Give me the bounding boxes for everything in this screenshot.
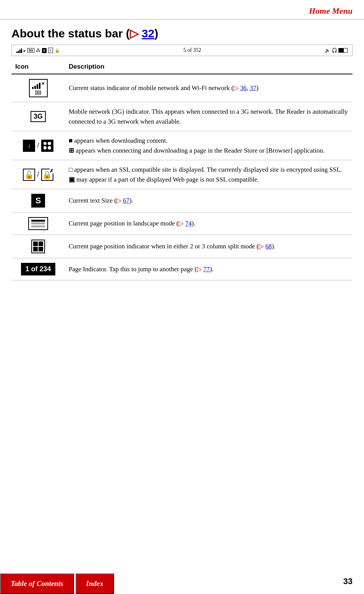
sig-bar-3 <box>37 84 38 89</box>
icon-cell-page-indicator: 1 of 234 <box>11 258 65 280</box>
slash-ssl: / <box>37 171 39 179</box>
sig-bar-2 <box>34 86 36 89</box>
closed-lock-icon: 🔒 ✗ <box>41 169 53 181</box>
col-header-icon: Icon <box>11 60 65 74</box>
headphone-icon-small: 🎧 <box>332 48 337 53</box>
arrow-1: ▷ <box>234 84 238 92</box>
status-bar-right-icons: 🔉 🎧 <box>325 48 348 53</box>
dot-1 <box>43 142 47 145</box>
3g-icon-small: 3G <box>27 48 34 53</box>
icon-table: Icon Description ✕ <box>11 60 353 280</box>
ssl-closed-ref: ▣ <box>69 176 75 183</box>
split-icon-large <box>15 240 61 253</box>
arrow-s: ▷ <box>116 197 121 204</box>
icon-cell-download: ↓ / <box>11 131 65 160</box>
signal-icon-large: ✕ )))) <box>15 79 61 97</box>
s-icon-small: S <box>42 48 47 53</box>
description-cell-split: Current page position indicator when in … <box>65 235 353 258</box>
link-74[interactable]: 74 <box>185 220 192 227</box>
arrow-land: ▷ <box>179 220 184 227</box>
split-cell-3 <box>33 247 38 251</box>
icon-cell-landscape <box>11 212 65 235</box>
dot-4 <box>48 146 51 150</box>
split-cell-2 <box>39 241 43 246</box>
page-indicator-icon-large: 1 of 234 <box>15 263 61 275</box>
dl-dots-icon <box>41 140 53 152</box>
icon-cell-split <box>11 235 65 258</box>
table-row: 🔓 / 🔒 ✗ □ appears when an SSL compatible… <box>11 160 353 189</box>
landscape-line-1 <box>31 220 45 222</box>
table-row: Current page position indicator when in … <box>11 235 353 258</box>
icon-cell-3g: 3G <box>11 102 65 131</box>
toc-button[interactable]: Table of Contents <box>0 573 74 594</box>
table-row: 1 of 234 Page Indicator. Tap this to jum… <box>11 258 353 280</box>
wifi-icon-small: ⁂ <box>36 48 40 53</box>
icon-cell-signal: ✕ )))) <box>11 74 65 102</box>
signal-bar-3 <box>19 50 21 53</box>
link-37[interactable]: 37 <box>250 84 256 92</box>
sig-bar-4 <box>39 83 40 89</box>
landscape-line-2 <box>31 222 45 224</box>
sig-bar-1 <box>32 87 34 89</box>
split-grid <box>31 240 45 253</box>
index-button[interactable]: Index <box>76 573 114 594</box>
description-cell-ssl: □ appears when an SSL compatible site is… <box>65 160 353 189</box>
page-indicator-box: 1 of 234 <box>21 263 55 275</box>
volume-icon-small: 🔉 <box>325 48 330 53</box>
link-77[interactable]: 77 <box>203 266 210 273</box>
slash-divider: / <box>37 142 39 150</box>
link-68[interactable]: 68 <box>265 243 272 250</box>
link-67[interactable]: 67 <box>123 197 129 204</box>
s-box: S <box>31 194 45 208</box>
dot-3 <box>43 146 47 150</box>
battery-icon-small <box>338 48 348 53</box>
description-cell-page-indicator: Page Indicator. Tap this to jump to anot… <box>65 258 353 280</box>
dl-arrow: ↓ <box>27 142 31 149</box>
page-heading: About the status bar (▷ 32) <box>11 27 353 40</box>
description-cell-3g: Mobile network (3G) indicator. This appe… <box>65 102 353 131</box>
landscape-icon-large <box>15 217 61 230</box>
link-36[interactable]: 36 <box>240 84 246 92</box>
lock-slash: ✗ <box>50 169 53 173</box>
dots-icon-ref: ⊞ <box>69 147 74 154</box>
arrow-pi: ▷ <box>197 266 202 273</box>
signal-cross: ✕ <box>23 49 26 53</box>
dot-2 <box>48 142 51 145</box>
lock-icon-small: 🔒 <box>55 48 60 53</box>
description-cell-landscape: Current page position in landscape mode … <box>65 212 353 235</box>
bottom-navigation: Table of Contents Index <box>0 573 364 594</box>
signal-bar-2 <box>18 51 19 53</box>
table-row: ✕ )))) Current status indicator of mobil… <box>11 74 353 102</box>
s-icon-large: S <box>15 194 61 208</box>
arrow-icon: ▷ <box>130 27 139 40</box>
table-header-row: Icon Description <box>11 60 353 74</box>
col-header-description: Description <box>65 60 353 74</box>
arrow-split: ▷ <box>259 243 264 250</box>
table-row: 3G Mobile network (3G) indicator. This a… <box>11 102 353 131</box>
battery-fill <box>339 48 344 52</box>
table-row: S Current text Size (▷ 67). <box>11 189 353 212</box>
landscape-box <box>28 217 48 230</box>
signal-bar-1 <box>16 52 18 53</box>
page-title-section: About the status bar (▷ 32) <box>0 20 364 45</box>
dl-box-icon: ↓ <box>23 140 35 152</box>
split-cell-4 <box>39 247 43 251</box>
signal-bar-4 <box>21 48 22 53</box>
status-bar-center: 5 of 352 <box>184 47 201 53</box>
landscape-line-3 <box>31 225 45 227</box>
dl-icon-ref: ■ <box>69 137 72 144</box>
page-link-32[interactable]: 32 <box>142 27 154 40</box>
wifi-label: )))) <box>35 90 41 95</box>
ssl-icon-large: 🔓 / 🔒 ✗ <box>15 169 61 181</box>
landscape-icon-small: ≡ <box>48 48 53 53</box>
open-lock-icon: 🔓 <box>23 169 35 181</box>
description-cell-download: ■ appears when downloading content. ⊞ ap… <box>65 131 353 160</box>
table-row: Current page position in landscape mode … <box>11 212 353 235</box>
status-bar-preview: ✕ 3G ⁂ S ≡ 🔒 5 of 352 🔉 🎧 <box>11 45 353 56</box>
sig-cross: ✕ <box>41 81 45 86</box>
status-bar-left-icons: ✕ 3G ⁂ S ≡ 🔒 <box>16 48 60 53</box>
3g-box: 3G <box>31 111 46 122</box>
page-number: 33 <box>343 576 353 586</box>
icon-cell-ssl: 🔓 / 🔒 ✗ <box>11 160 65 189</box>
description-cell-signal: Current status indicator of mobile netwo… <box>65 74 353 102</box>
